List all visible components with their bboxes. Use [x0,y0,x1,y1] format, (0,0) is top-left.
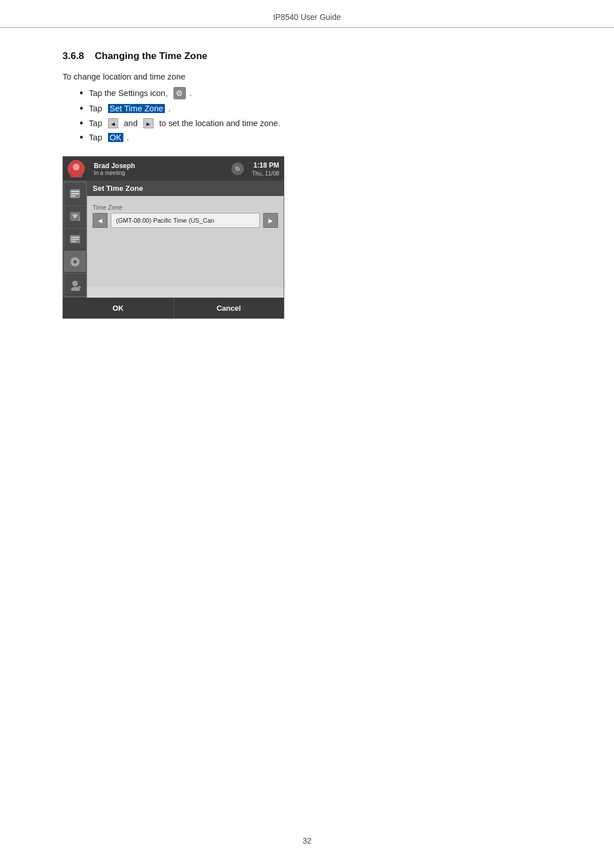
sidebar-icon-contacts[interactable] [64,183,86,205]
phone-topbar-right: 1:18 PM Thu, 11/08 [247,157,284,181]
phone-body: 1 [63,181,284,298]
ok-highlight: OK [108,133,123,142]
page-header: IP8540 User Guide [0,0,614,28]
tap-ok-label: Tap [89,133,104,142]
phone-bottombar: OK Cancel [63,298,284,318]
svg-rect-12 [71,241,76,242]
bullet-text-settings: Tap the Settings icon, [89,89,170,98]
section-heading: 3.6.8 Changing the Time Zone [63,51,551,62]
phone-topbar-left [63,157,89,181]
bullet-period: . [189,89,192,98]
phone-section-title: Set Time Zone [93,184,143,193]
sidebar-icon-help[interactable]: ? [64,274,86,295]
phone-user-name: Brad Joseph [94,162,223,170]
bullet-item-settings: Tap the Settings icon, ⚙ . [80,87,551,99]
phone-avatar [68,160,85,177]
page-number: 32 [0,836,614,845]
ok-button[interactable]: OK [63,298,174,318]
timezone-selector: ◄ (GMT-08:00) Pacific Time (US_Can ► [93,213,278,228]
svg-rect-4 [71,191,79,192]
header-title: IP8540 User Guide [273,12,341,22]
svg-text:1: 1 [78,216,81,222]
sidebar-icon-settings[interactable] [64,251,86,273]
section-title: Changing the Time Zone [95,51,208,61]
bullet-list-2: Tap ◄ and ► to set the location and time… [63,118,551,143]
phone-topbar: Brad Joseph In a meeting ↻ 1:18 PM Thu, … [63,157,284,181]
timezone-label: Time Zone [93,204,278,211]
phone-user-status: In a meeting [94,170,223,176]
svg-rect-15 [74,257,76,259]
left-arrow-icon: ◄ [108,118,118,128]
svg-rect-17 [70,261,72,262]
intro-text: To change location and time zone [63,72,551,81]
bullet-list: Tap the Settings icon, ⚙ . Tap Set Time … [63,87,551,114]
section-number: 3.6.8 [63,51,84,61]
phone-date: Thu, 11/08 [252,170,279,177]
sidebar-icon-messages[interactable] [64,228,86,250]
page-container: IP8540 User Guide 3.6.8 Changing the Tim… [0,0,614,868]
phone-call-icon: ↻ [231,162,244,175]
phone-main-content: Set Time Zone Time Zone ◄ (GMT-08:00) Pa… [87,181,284,298]
and-label: and [122,119,140,128]
bullet-item-arrows: Tap ◄ and ► to set the location and time… [80,118,551,128]
phone-content-area: Time Zone ◄ (GMT-08:00) Pacific Time (US… [87,196,284,287]
svg-text:?: ? [77,286,81,291]
arrow-suffix: to set the location and time zone. [157,119,280,128]
ok-period: . [127,133,129,142]
right-arrow-icon: ► [143,118,154,128]
phone-ui-mockup: Brad Joseph In a meeting ↻ 1:18 PM Thu, … [63,156,284,319]
svg-rect-5 [71,193,79,194]
svg-rect-16 [74,265,76,267]
svg-point-14 [73,260,77,264]
phone-icon-area: ↻ [228,157,247,181]
timezone-right-arrow-button[interactable]: ► [263,213,278,228]
phone-sidebar: 1 [63,181,87,298]
bullet-tap-text: Tap [89,104,104,113]
timezone-left-arrow-button[interactable]: ◄ [93,213,107,228]
sidebar-icon-phone[interactable]: 1 [64,206,86,227]
tap-label: Tap [89,119,104,128]
phone-time: 1:18 PM [254,161,279,169]
bullet-item-set-time-zone: Tap Set Time Zone . [80,103,551,114]
cancel-button[interactable]: Cancel [174,298,284,318]
set-time-zone-highlight: Set Time Zone [108,104,165,113]
bullet-period2: . [168,104,171,113]
svg-rect-18 [78,261,80,262]
phone-topbar-center: Brad Joseph In a meeting [89,157,228,181]
settings-icon: ⚙ [173,87,186,99]
svg-rect-10 [71,237,79,238]
bullet-item-ok: Tap OK . [80,132,551,143]
content-area: 3.6.8 Changing the Time Zone To change l… [0,28,614,353]
svg-rect-6 [71,195,76,197]
svg-point-1 [73,164,80,170]
phone-section-header: Set Time Zone [87,181,284,196]
timezone-value: (GMT-08:00) Pacific Time (US_Can [111,213,260,228]
svg-rect-11 [71,239,79,240]
